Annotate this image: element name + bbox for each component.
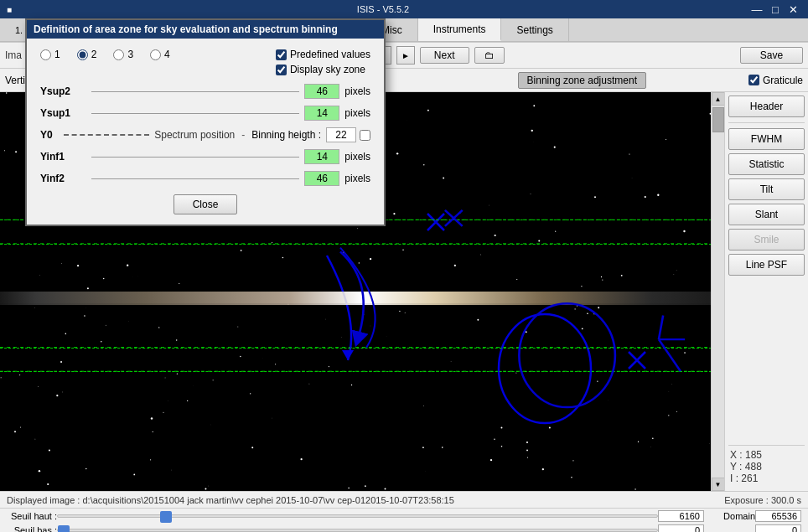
ysup2-unit: pixels — [344, 85, 370, 97]
header-button[interactable]: Header — [728, 96, 805, 117]
minimize-button[interactable]: — — [749, 3, 764, 16]
smile-button[interactable]: Smile — [728, 229, 805, 251]
dialog-content: 1 2 3 4 Predefined values — [27, 39, 384, 225]
y0-text: Spectrum position — [154, 129, 235, 141]
graticule-checkbox[interactable] — [748, 75, 759, 85]
x-coord: X : 185 — [730, 449, 803, 461]
binning-sep: - — [241, 129, 245, 141]
app-icon: ■ — [7, 5, 12, 14]
title-bar: ■ ISIS - V5.5.2 — □ ✕ — [0, 0, 808, 18]
status-bar: Displayed image : d:\acquisitions\201510… — [0, 491, 808, 508]
graticule-label: Graticule — [763, 75, 803, 86]
yinf1-input[interactable] — [304, 149, 339, 164]
right-panel-top: Header FWHM Statistic Tilt Slant Smile L… — [728, 96, 805, 276]
radio-opt-3[interactable]: 3 — [113, 49, 133, 60]
yinf1-row: Yinf1 pixels — [40, 149, 370, 164]
yinf2-row: Yinf2 pixels — [40, 171, 370, 186]
tab-instruments[interactable]: Instruments — [418, 18, 502, 41]
statistic-button[interactable]: Statistic — [728, 153, 805, 175]
radio-opt-2[interactable]: 2 — [77, 49, 97, 60]
save-button[interactable]: Save — [740, 47, 803, 64]
domain-value[interactable] — [755, 510, 801, 522]
y-coord: Y : 488 — [730, 461, 803, 473]
app-title: ISIS - V5.5.2 — [357, 4, 409, 14]
predefined-label: Predefined values — [290, 49, 370, 60]
yinf1-line — [91, 157, 299, 158]
ysup2-row: Ysup2 pixels — [40, 84, 370, 99]
scroll-down-button[interactable]: ▼ — [712, 478, 725, 491]
display-sky-label: Display sky zone — [290, 64, 365, 75]
ysup2-line — [91, 91, 299, 92]
binning-value-input[interactable] — [326, 127, 356, 142]
binning-label-text: Binning heigth : — [251, 129, 321, 141]
next-button[interactable]: Next — [420, 47, 469, 64]
predefined-checkbox[interactable] — [276, 49, 287, 60]
window-controls: — □ ✕ — [749, 3, 801, 16]
graticule-row: Graticule — [748, 73, 803, 88]
radio-input-1[interactable] — [40, 49, 51, 60]
radio-input-2[interactable] — [77, 49, 88, 60]
radio-input-3[interactable] — [113, 49, 124, 60]
seuil-bas-label: Seuil bas : — [7, 525, 57, 532]
yinf2-line — [91, 178, 299, 179]
scroll-up-button[interactable]: ▲ — [712, 92, 725, 106]
close-button[interactable]: Close — [174, 194, 238, 214]
binning-checkbox[interactable] — [360, 130, 370, 141]
seuil-bas-thumb[interactable] — [58, 525, 70, 532]
tab-settings[interactable]: Settings — [501, 18, 568, 41]
ysup1-input[interactable] — [304, 106, 339, 121]
tilt-button[interactable]: Tilt — [728, 178, 805, 200]
close-button[interactable]: ✕ — [786, 3, 801, 16]
line-psf-button[interactable]: Line PSF — [728, 254, 805, 276]
folder-button[interactable]: 🗀 — [474, 47, 505, 64]
next-arrow-button[interactable]: ► — [396, 46, 415, 65]
yinf2-input[interactable] — [304, 171, 339, 186]
ysup1-unit: pixels — [344, 107, 370, 119]
maximize-button[interactable]: □ — [768, 3, 783, 16]
right-panel: Header FWHM Statistic Tilt Slant Smile L… — [724, 92, 808, 491]
slant-button[interactable]: Slant — [728, 204, 805, 225]
ysup2-label: Ysup2 — [40, 85, 86, 97]
v-scrollbar: ▲ ▼ — [711, 92, 724, 491]
y0-row: Y0 Spectrum position - Binning heigth : — [40, 127, 370, 142]
ysup1-label: Ysup1 — [40, 107, 86, 119]
guide-line-bottom1 — [0, 348, 724, 349]
i-coord: I : 261 — [730, 473, 803, 484]
predefined-check-row[interactable]: Predefined values — [276, 49, 370, 60]
slider-area: Seuil haut : Domain Seuil bas : — [0, 508, 808, 532]
seuil-bas-value[interactable] — [658, 524, 704, 532]
seuil-haut-label: Seuil haut : — [7, 511, 57, 521]
ysup1-row: Ysup1 pixels — [40, 106, 370, 121]
dialog: Definition of area zone for sky evaluati… — [25, 18, 386, 226]
image-path: Displayed image : d:\acquisitions\201510… — [7, 495, 454, 505]
ysup2-input[interactable] — [304, 84, 339, 99]
yinf1-unit: pixels — [344, 151, 370, 163]
domain-label: Domain — [709, 511, 755, 521]
guide-line-top2 — [0, 244, 724, 245]
yinf1-label: Yinf1 — [40, 151, 86, 163]
y0-label: Y0 — [40, 129, 59, 141]
radio-opt-1[interactable]: 1 — [40, 49, 60, 60]
fwhm-button[interactable]: FWHM — [728, 128, 805, 150]
radio-opt-4[interactable]: 4 — [150, 49, 170, 60]
seuil-haut-value[interactable] — [658, 510, 704, 522]
seuil-haut-track[interactable] — [57, 514, 658, 518]
radio-row: 1 2 3 4 — [40, 49, 170, 60]
seuil-haut-thumb[interactable] — [160, 511, 172, 523]
dialog-title: Definition of area zone for sky evaluati… — [27, 20, 384, 39]
yinf2-unit: pixels — [344, 173, 370, 184]
scroll-thumb[interactable] — [712, 107, 724, 132]
display-sky-check-row[interactable]: Display sky zone — [276, 64, 370, 75]
guide-line-bottom2 — [0, 371, 724, 372]
radio-input-4[interactable] — [150, 49, 161, 60]
binning-zone-adjustment-button[interactable]: Binning zone adjustment — [518, 72, 646, 89]
spectrum-band — [0, 292, 724, 305]
exposure-info: Exposure : 300.0 s — [724, 495, 801, 505]
display-sky-checkbox[interactable] — [276, 65, 287, 75]
yinf2-label: Yinf2 — [40, 173, 86, 184]
domain-value2[interactable] — [755, 524, 801, 532]
dialog-buttons: Close — [40, 194, 370, 214]
coords-area: X : 185 Y : 488 I : 261 — [728, 445, 805, 488]
divider1 — [728, 122, 805, 123]
seuil-bas-track[interactable] — [57, 529, 658, 532]
